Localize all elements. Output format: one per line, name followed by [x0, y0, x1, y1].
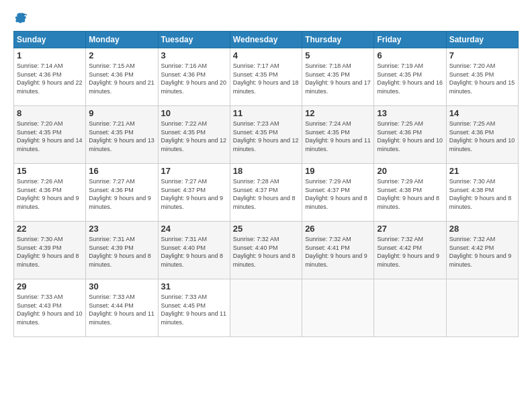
- day-number: 2: [89, 50, 154, 60]
- table-row: 24Sunrise: 7:31 AMSunset: 4:40 PMDayligh…: [158, 222, 230, 279]
- table-row: 4Sunrise: 7:17 AMSunset: 4:35 PMDaylight…: [230, 48, 302, 106]
- day-number: 9: [89, 108, 154, 118]
- day-info: Sunrise: 7:26 AMSunset: 4:36 PMDaylight:…: [17, 177, 83, 211]
- table-row: 7Sunrise: 7:20 AMSunset: 4:35 PMDaylight…: [446, 48, 518, 106]
- day-number: 1: [17, 50, 83, 60]
- day-number: 22: [17, 224, 83, 234]
- calendar-body: 1Sunrise: 7:14 AMSunset: 4:36 PMDaylight…: [14, 48, 519, 337]
- week-row-5: 29Sunrise: 7:33 AMSunset: 4:43 PMDayligh…: [14, 279, 519, 337]
- day-number: 8: [17, 108, 83, 118]
- day-number: 19: [305, 166, 371, 176]
- header: [13, 11, 519, 26]
- day-info: Sunrise: 7:21 AMSunset: 4:35 PMDaylight:…: [89, 120, 154, 153]
- day-info: Sunrise: 7:28 AMSunset: 4:37 PMDaylight:…: [233, 177, 299, 211]
- day-number: 14: [449, 108, 515, 118]
- col-thursday: Thursday: [302, 32, 374, 48]
- logo: [13, 11, 30, 26]
- table-row: [374, 279, 446, 337]
- day-info: Sunrise: 7:29 AMSunset: 4:37 PMDaylight:…: [305, 177, 371, 211]
- table-row: 13Sunrise: 7:25 AMSunset: 4:36 PMDayligh…: [374, 106, 446, 164]
- table-row: 29Sunrise: 7:33 AMSunset: 4:43 PMDayligh…: [14, 279, 86, 337]
- col-saturday: Saturday: [446, 32, 518, 48]
- day-number: 12: [305, 108, 371, 118]
- table-row: 21Sunrise: 7:30 AMSunset: 4:38 PMDayligh…: [446, 164, 518, 222]
- day-number: 6: [377, 50, 443, 60]
- table-row: 30Sunrise: 7:33 AMSunset: 4:44 PMDayligh…: [86, 279, 158, 337]
- day-number: 27: [377, 224, 443, 234]
- col-sunday: Sunday: [14, 32, 86, 48]
- day-number: 24: [161, 224, 227, 234]
- day-number: 4: [233, 50, 299, 60]
- week-row-3: 15Sunrise: 7:26 AMSunset: 4:36 PMDayligh…: [14, 164, 519, 222]
- day-number: 10: [161, 108, 227, 118]
- day-info: Sunrise: 7:20 AMSunset: 4:35 PMDaylight:…: [449, 62, 515, 95]
- day-info: Sunrise: 7:30 AMSunset: 4:38 PMDaylight:…: [449, 177, 515, 211]
- day-info: Sunrise: 7:33 AMSunset: 4:45 PMDaylight:…: [161, 293, 227, 326]
- table-row: 19Sunrise: 7:29 AMSunset: 4:37 PMDayligh…: [302, 164, 374, 222]
- day-number: 11: [233, 108, 299, 118]
- day-number: 31: [161, 281, 227, 291]
- table-row: 17Sunrise: 7:27 AMSunset: 4:37 PMDayligh…: [158, 164, 230, 222]
- day-info: Sunrise: 7:32 AMSunset: 4:42 PMDaylight:…: [377, 235, 443, 269]
- day-number: 20: [377, 166, 443, 176]
- week-row-4: 22Sunrise: 7:30 AMSunset: 4:39 PMDayligh…: [14, 222, 519, 279]
- table-row: 2Sunrise: 7:15 AMSunset: 4:36 PMDaylight…: [86, 48, 158, 106]
- table-row: 22Sunrise: 7:30 AMSunset: 4:39 PMDayligh…: [14, 222, 86, 279]
- table-row: 6Sunrise: 7:19 AMSunset: 4:35 PMDaylight…: [374, 48, 446, 106]
- day-number: 5: [305, 50, 371, 60]
- day-number: 15: [17, 166, 83, 176]
- table-row: 15Sunrise: 7:26 AMSunset: 4:36 PMDayligh…: [14, 164, 86, 222]
- col-friday: Friday: [374, 32, 446, 48]
- page: Sunday Monday Tuesday Wednesday Thursday…: [0, 0, 532, 411]
- table-row: 25Sunrise: 7:32 AMSunset: 4:40 PMDayligh…: [230, 222, 302, 279]
- day-info: Sunrise: 7:32 AMSunset: 4:42 PMDaylight:…: [449, 235, 515, 269]
- col-monday: Monday: [86, 32, 158, 48]
- table-row: 27Sunrise: 7:32 AMSunset: 4:42 PMDayligh…: [374, 222, 446, 279]
- day-info: Sunrise: 7:20 AMSunset: 4:35 PMDaylight:…: [17, 120, 83, 153]
- table-row: [230, 279, 302, 337]
- day-info: Sunrise: 7:23 AMSunset: 4:35 PMDaylight:…: [233, 120, 299, 153]
- week-row-1: 1Sunrise: 7:14 AMSunset: 4:36 PMDaylight…: [14, 48, 519, 106]
- day-info: Sunrise: 7:31 AMSunset: 4:39 PMDaylight:…: [89, 235, 154, 269]
- day-info: Sunrise: 7:18 AMSunset: 4:35 PMDaylight:…: [305, 62, 371, 95]
- header-row: Sunday Monday Tuesday Wednesday Thursday…: [14, 32, 519, 48]
- calendar: Sunday Monday Tuesday Wednesday Thursday…: [13, 31, 519, 337]
- day-info: Sunrise: 7:33 AMSunset: 4:43 PMDaylight:…: [17, 293, 83, 326]
- table-row: 5Sunrise: 7:18 AMSunset: 4:35 PMDaylight…: [302, 48, 374, 106]
- day-info: Sunrise: 7:14 AMSunset: 4:36 PMDaylight:…: [17, 62, 83, 95]
- table-row: 11Sunrise: 7:23 AMSunset: 4:35 PMDayligh…: [230, 106, 302, 164]
- day-number: 28: [449, 224, 515, 234]
- day-number: 3: [161, 50, 227, 60]
- table-row: 31Sunrise: 7:33 AMSunset: 4:45 PMDayligh…: [158, 279, 230, 337]
- day-info: Sunrise: 7:25 AMSunset: 4:36 PMDaylight:…: [449, 120, 515, 153]
- day-info: Sunrise: 7:16 AMSunset: 4:36 PMDaylight:…: [161, 62, 227, 95]
- day-number: 18: [233, 166, 299, 176]
- day-number: 17: [161, 166, 227, 176]
- day-info: Sunrise: 7:30 AMSunset: 4:39 PMDaylight:…: [17, 235, 83, 269]
- table-row: 1Sunrise: 7:14 AMSunset: 4:36 PMDaylight…: [14, 48, 86, 106]
- table-row: 23Sunrise: 7:31 AMSunset: 4:39 PMDayligh…: [86, 222, 158, 279]
- table-row: 26Sunrise: 7:32 AMSunset: 4:41 PMDayligh…: [302, 222, 374, 279]
- day-number: 23: [89, 224, 154, 234]
- day-info: Sunrise: 7:27 AMSunset: 4:37 PMDaylight:…: [161, 177, 227, 211]
- col-tuesday: Tuesday: [158, 32, 230, 48]
- calendar-header: Sunday Monday Tuesday Wednesday Thursday…: [14, 32, 519, 48]
- day-info: Sunrise: 7:32 AMSunset: 4:40 PMDaylight:…: [233, 235, 299, 269]
- week-row-2: 8Sunrise: 7:20 AMSunset: 4:35 PMDaylight…: [14, 106, 519, 164]
- table-row: 9Sunrise: 7:21 AMSunset: 4:35 PMDaylight…: [86, 106, 158, 164]
- day-number: 16: [89, 166, 154, 176]
- day-info: Sunrise: 7:31 AMSunset: 4:40 PMDaylight:…: [161, 235, 227, 269]
- table-row: 18Sunrise: 7:28 AMSunset: 4:37 PMDayligh…: [230, 164, 302, 222]
- table-row: [302, 279, 374, 337]
- table-row: 3Sunrise: 7:16 AMSunset: 4:36 PMDaylight…: [158, 48, 230, 106]
- day-info: Sunrise: 7:19 AMSunset: 4:35 PMDaylight:…: [377, 62, 443, 95]
- day-info: Sunrise: 7:27 AMSunset: 4:36 PMDaylight:…: [89, 177, 154, 211]
- day-number: 25: [233, 224, 299, 234]
- day-number: 30: [89, 281, 154, 291]
- table-row: 16Sunrise: 7:27 AMSunset: 4:36 PMDayligh…: [86, 164, 158, 222]
- table-row: 14Sunrise: 7:25 AMSunset: 4:36 PMDayligh…: [446, 106, 518, 164]
- table-row: 20Sunrise: 7:29 AMSunset: 4:38 PMDayligh…: [374, 164, 446, 222]
- day-info: Sunrise: 7:32 AMSunset: 4:41 PMDaylight:…: [305, 235, 371, 269]
- logo-bird-icon: [13, 11, 28, 26]
- table-row: 28Sunrise: 7:32 AMSunset: 4:42 PMDayligh…: [446, 222, 518, 279]
